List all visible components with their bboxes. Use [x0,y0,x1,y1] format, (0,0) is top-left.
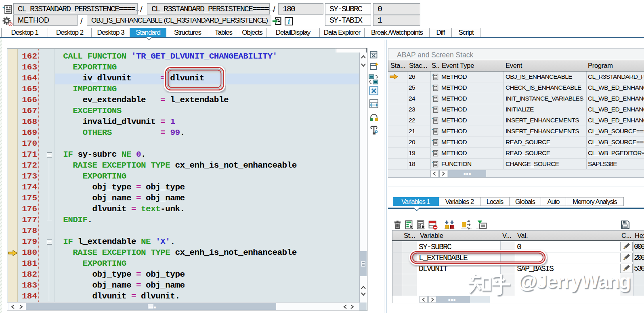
svg-text:i: i [288,17,290,25]
